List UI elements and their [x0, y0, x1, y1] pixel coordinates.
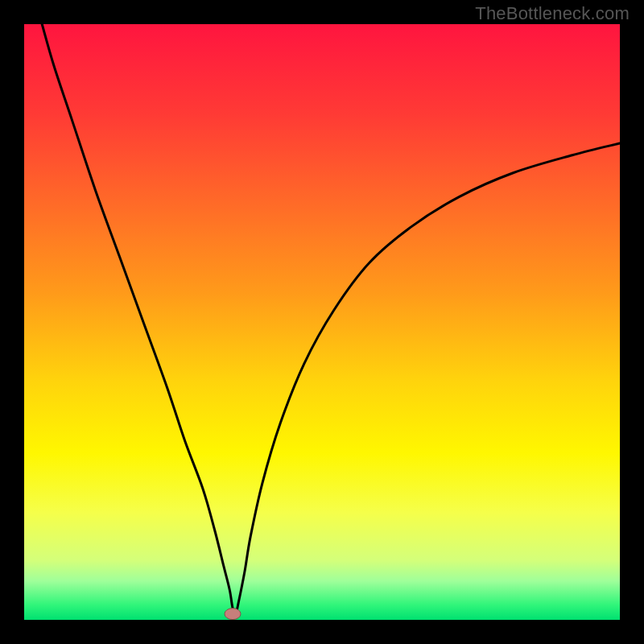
bottleneck-chart: [0, 0, 644, 644]
plot-background: [24, 24, 620, 620]
watermark-text: TheBottleneck.com: [475, 3, 630, 24]
minimum-marker-icon: [225, 609, 241, 620]
chart-frame: TheBottleneck.com: [0, 0, 644, 644]
